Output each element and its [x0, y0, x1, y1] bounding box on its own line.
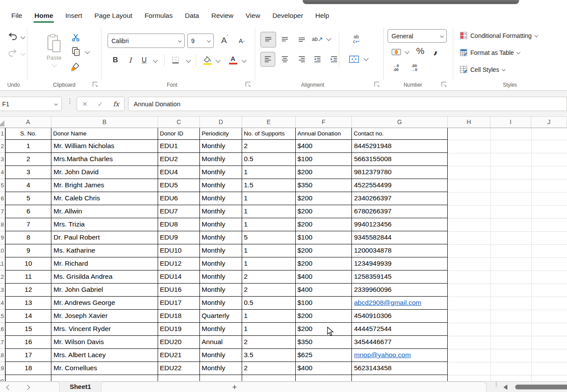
copy-menu-chevron[interactable] [85, 49, 90, 54]
increase-font-size-button[interactable]: Aˆ [217, 34, 233, 47]
cell[interactable]: EDU22 [158, 362, 200, 375]
cell[interactable]: Monthly [200, 349, 242, 362]
bold-button[interactable]: B [109, 53, 122, 68]
align-bottom-button[interactable] [294, 32, 309, 47]
cell[interactable]: EDU20 [158, 336, 200, 349]
cell[interactable]: Monthly [200, 140, 242, 153]
cell[interactable]: 13 [5, 297, 51, 310]
cell[interactable]: 2340266397 [352, 192, 448, 205]
cell[interactable]: Monthly [200, 257, 242, 270]
cell[interactable]: 1 [242, 244, 296, 257]
cell[interactable]: $100 [296, 297, 352, 310]
underline-chevron[interactable] [153, 58, 158, 63]
cell[interactable]: Monthly [200, 362, 242, 375]
merge-center-button[interactable] [348, 54, 361, 65]
cell[interactable]: 1 [242, 310, 296, 323]
wrap-text-button[interactable]: ab c↩ [348, 32, 365, 47]
font-size-select[interactable]: 9 [187, 34, 214, 48]
cell[interactable]: 2 [242, 362, 296, 375]
cell[interactable]: 1234949939 [352, 257, 448, 270]
cell[interactable]: EDU5 [158, 179, 200, 192]
borders-chevron[interactable] [186, 58, 191, 63]
cell[interactable]: 5663155008 [352, 153, 448, 166]
cell[interactable]: Monthly [200, 166, 242, 179]
column-header-B[interactable]: B [51, 117, 158, 128]
orientation-chevron[interactable] [326, 36, 331, 41]
cell[interactable]: 18 [5, 362, 51, 375]
cell[interactable]: Mr. John David [51, 166, 158, 179]
cell[interactable]: 1 [242, 205, 296, 218]
orientation-button[interactable]: ab [311, 34, 324, 45]
cell[interactable]: Mr. Andrews George [51, 297, 158, 310]
header-cell-s-no-[interactable]: S. No. [5, 128, 51, 140]
cell[interactable]: $200 [296, 244, 352, 257]
cell[interactable]: EDU16 [158, 284, 200, 297]
cell[interactable]: $200 [296, 257, 352, 270]
next-sheet-icon[interactable] [24, 385, 30, 390]
borders-button[interactable] [170, 54, 181, 66]
add-sheet-button[interactable]: + [232, 382, 237, 392]
prev-sheet-icon[interactable] [6, 385, 12, 390]
select-all-button[interactable] [0, 117, 5, 128]
cell[interactable]: 1 [242, 192, 296, 205]
column-header-D[interactable]: D [200, 117, 242, 128]
cell[interactable]: EDU4 [158, 166, 200, 179]
italic-button[interactable]: I [125, 53, 136, 68]
cell[interactable]: Mr. Wilson Davis [51, 336, 158, 349]
decrease-decimal-button[interactable]: .00→0 [407, 64, 422, 72]
cell[interactable]: Mr. Richard [51, 257, 158, 270]
cell[interactable]: Monthly [200, 179, 242, 192]
cell[interactable]: 9345582844 [352, 231, 448, 244]
cell[interactable]: $200 [296, 323, 352, 336]
font-name-select[interactable]: Calibri [108, 34, 185, 48]
decrease-indent-button[interactable] [310, 52, 325, 67]
cell[interactable]: 2 [242, 270, 296, 284]
cell[interactable]: Annual [200, 336, 242, 349]
cell[interactable]: 5623143458 [352, 362, 448, 375]
column-header-J[interactable]: J [531, 117, 567, 128]
tab-home[interactable]: Home [28, 12, 59, 25]
cell[interactable]: $350 [296, 179, 352, 192]
copy-button[interactable] [70, 46, 82, 57]
column-header-F[interactable]: F [296, 117, 352, 128]
tab-developer[interactable]: Developer [266, 12, 309, 25]
cell[interactable]: 2 [242, 140, 296, 153]
format-painter-button[interactable] [70, 61, 82, 73]
format-as-table-button[interactable]: Format as Table [460, 49, 520, 56]
tab-page-layout[interactable]: Page Layout [88, 12, 138, 25]
header-cell-no-of-supports[interactable]: No. of Supports [242, 128, 296, 140]
column-header-E[interactable]: E [242, 117, 296, 128]
column-header-H[interactable]: H [448, 117, 490, 128]
cell[interactable]: Monthly [200, 244, 242, 257]
sheet-tab-sheet1[interactable]: Sheet1 [60, 382, 101, 392]
cell[interactable]: Mr. Caleb Chris [51, 192, 158, 205]
cell[interactable]: 16 [5, 336, 51, 349]
cell[interactable]: Monthly [200, 205, 242, 218]
cell[interactable]: EDU17 [158, 297, 200, 310]
cell[interactable]: 0.5 [242, 297, 296, 310]
number-format-select[interactable]: General [388, 29, 447, 43]
cell[interactable]: 4540910306 [352, 310, 448, 323]
cell[interactable]: 6780266397 [352, 205, 448, 218]
header-cell-annual-donation[interactable]: Annual Donation [296, 128, 352, 140]
cell[interactable]: 1 [242, 166, 296, 179]
increase-decimal-button[interactable]: ←←00.00 [388, 64, 403, 72]
cell[interactable]: 4522554499 [352, 179, 448, 192]
cell[interactable]: EDU10 [158, 244, 200, 257]
cell[interactable]: $350 [296, 336, 352, 349]
cell[interactable]: 8445291948 [352, 140, 448, 153]
tab-data[interactable]: Data [179, 12, 205, 25]
cell[interactable]: $200 [296, 205, 352, 218]
cell[interactable]: EDU14 [158, 270, 200, 284]
cell[interactable] [51, 375, 158, 381]
cell[interactable]: 5 [5, 192, 51, 205]
cell[interactable]: Mr. Bright James [51, 179, 158, 192]
cell[interactable]: $200 [296, 166, 352, 179]
cell[interactable]: abcd2908@gmail.com [352, 297, 448, 310]
cell[interactable]: Monthly [200, 284, 242, 297]
cell[interactable]: EDU19 [158, 323, 200, 336]
cell[interactable]: $200 [296, 310, 352, 323]
cell[interactable]: Mr. William Nicholas [51, 140, 158, 153]
clipboard-dialog-launcher[interactable]: ↘ [93, 82, 98, 87]
header-cell-periodicity[interactable]: Periodicity [200, 128, 242, 140]
